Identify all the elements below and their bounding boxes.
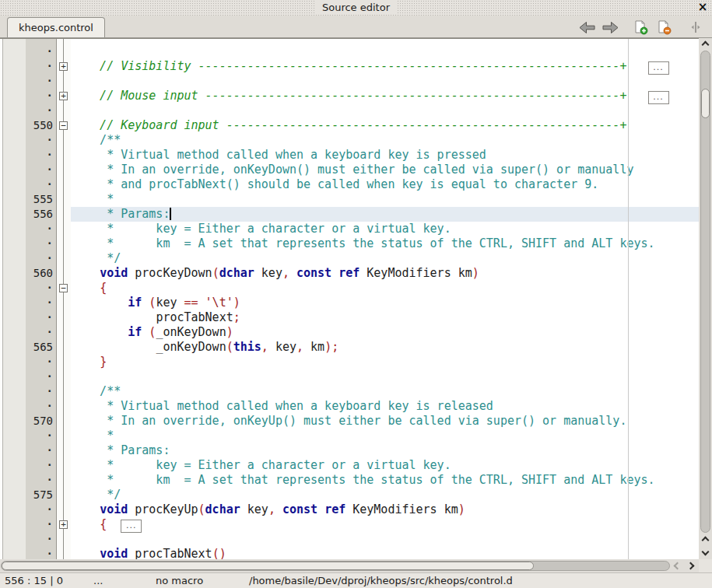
fold-expand-icon[interactable]: + xyxy=(59,92,68,100)
code-editor[interactable]: ··+ // Visibility ----------------------… xyxy=(0,38,699,559)
code-line[interactable]: · /** xyxy=(0,133,699,148)
line-number: · xyxy=(0,458,57,473)
folded-code-box[interactable]: ... xyxy=(648,61,669,75)
fold-gutter: + xyxy=(57,59,71,74)
scroll-left-icon[interactable] xyxy=(671,559,683,572)
code-text: * xyxy=(71,429,699,443)
window-titlebar[interactable]: Source editor × xyxy=(0,0,712,16)
code-text: * Virtual method called when a keyboard … xyxy=(71,148,699,163)
fold-expand-icon[interactable]: + xyxy=(59,62,68,71)
code-line[interactable]: · /** xyxy=(0,384,699,399)
folded-code-box[interactable]: ... xyxy=(648,91,669,104)
fold-gutter xyxy=(57,133,71,148)
code-line[interactable]: · * Virtual method called when a keyboar… xyxy=(0,399,699,414)
line-number: · xyxy=(0,325,57,340)
close-icon[interactable]: × xyxy=(696,1,709,13)
tab-label: kheops.control xyxy=(19,22,93,33)
line-number: · xyxy=(0,44,57,59)
code-line[interactable]: · */ xyxy=(0,251,699,266)
code-line[interactable]: · xyxy=(0,532,699,547)
code-line[interactable]: · * km = A set that represents the statu… xyxy=(0,473,699,488)
horizontal-scrollbar-trough[interactable] xyxy=(1,561,670,571)
code-text: /** xyxy=(71,133,699,148)
scrollbar-corner xyxy=(699,559,712,572)
fold-gutter xyxy=(57,488,71,502)
code-line[interactable]: ·+ // Mouse input ----------------------… xyxy=(0,89,699,103)
code-line[interactable]: 555 * xyxy=(0,192,699,207)
fold-gutter xyxy=(57,74,71,89)
fold-collapse-icon[interactable]: − xyxy=(59,121,68,130)
line-number: · xyxy=(0,163,57,177)
code-line[interactable]: · * key = Either a character or a virtua… xyxy=(0,222,699,236)
line-number: 560 xyxy=(0,266,57,281)
code-text: /** xyxy=(71,384,699,399)
code-line[interactable]: · xyxy=(0,103,699,118)
line-number: · xyxy=(0,59,57,74)
code-line[interactable]: · procTabNext; xyxy=(0,310,699,325)
forward-arrow-icon[interactable] xyxy=(602,19,619,35)
code-line[interactable]: · if (_onKeyDown) xyxy=(0,325,699,340)
code-line[interactable]: · * and procTabNext() should be called w… xyxy=(0,177,699,192)
code-line[interactable]: 550− // Keyboard input -----------------… xyxy=(0,118,699,133)
code-line[interactable]: · xyxy=(0,44,699,59)
code-line[interactable]: · if (key == '\t') xyxy=(0,296,699,310)
document-remove-icon[interactable] xyxy=(656,19,673,35)
fold-gutter xyxy=(57,148,71,163)
vertical-scrollbar[interactable] xyxy=(699,38,712,559)
code-line[interactable]: 575 */ xyxy=(0,488,699,502)
code-line[interactable]: · void procTabNext() xyxy=(0,547,699,559)
code-line[interactable]: 560 void procKeyDown(dchar key, const re… xyxy=(0,266,699,281)
code-line[interactable]: · * km = A set that represents the statu… xyxy=(0,236,699,251)
code-line[interactable]: 565 _onKeyDown(this, key, km); xyxy=(0,340,699,355)
code-line[interactable]: ·− { xyxy=(0,281,699,296)
line-number: · xyxy=(0,222,57,236)
folded-code-box[interactable]: ... xyxy=(121,520,142,533)
code-line[interactable]: 556 * Params: xyxy=(0,207,699,222)
code-line[interactable]: 570 * In an override, onKeyUp() must eit… xyxy=(0,414,699,429)
fold-gutter xyxy=(57,399,71,414)
scroll-up-icon[interactable] xyxy=(699,38,712,51)
fold-expand-icon[interactable]: + xyxy=(59,520,68,529)
fold-gutter xyxy=(57,473,71,488)
fold-collapse-icon[interactable]: − xyxy=(59,284,68,292)
code-text: procTabNext; xyxy=(71,310,699,325)
text-caret xyxy=(170,208,171,220)
code-line[interactable]: · * Params: xyxy=(0,443,699,458)
split-view-icon[interactable] xyxy=(687,19,704,35)
line-number: 550 xyxy=(0,118,57,133)
code-line[interactable]: · * Virtual method called when a keyboar… xyxy=(0,148,699,163)
code-text: if (key == '\t') xyxy=(71,296,699,310)
line-number: 565 xyxy=(0,340,57,355)
scroll-right-icon[interactable] xyxy=(684,559,696,572)
code-text: * xyxy=(71,192,699,207)
code-line[interactable]: ·+ // Visibility -----------------------… xyxy=(0,59,699,74)
vertical-scrollbar-trough[interactable] xyxy=(700,51,710,533)
fold-gutter xyxy=(57,103,71,118)
code-line[interactable]: ·+ { ... xyxy=(0,517,699,532)
code-line[interactable]: · void procKeyUp(dchar key, const ref Ke… xyxy=(0,502,699,517)
tab-kheops-control[interactable]: kheops.control xyxy=(7,17,105,37)
code-line[interactable]: · * xyxy=(0,429,699,443)
scroll-up-alt-icon[interactable] xyxy=(699,534,712,546)
back-arrow-icon[interactable] xyxy=(578,19,595,35)
code-line[interactable]: · * key = Either a character or a virtua… xyxy=(0,458,699,473)
vertical-scrollbar-thumb[interactable] xyxy=(701,89,710,118)
fold-gutter xyxy=(57,310,71,325)
new-document-add-icon[interactable] xyxy=(633,19,650,35)
fold-gutter xyxy=(57,532,71,547)
code-line[interactable]: · * In an override, onKeyDown() must eit… xyxy=(0,163,699,177)
horizontal-scrollbar[interactable] xyxy=(0,559,699,572)
horizontal-scrollbar-thumb[interactable] xyxy=(2,562,534,570)
toolbar xyxy=(578,18,704,37)
scroll-down-icon[interactable] xyxy=(699,545,712,558)
fold-gutter xyxy=(57,384,71,399)
code-line[interactable]: · } xyxy=(0,355,699,369)
fold-gutter: − xyxy=(57,281,71,296)
file-path: /home/basile/Dev/dproj/kheops/src/kheops… xyxy=(249,575,513,586)
code-line[interactable]: · xyxy=(0,74,699,89)
code-text: * Params: xyxy=(71,207,699,222)
status-bar: 556 : 15 | 0 ... no macro /home/basile/D… xyxy=(0,572,712,588)
code-line[interactable]: · xyxy=(0,369,699,384)
line-number: · xyxy=(0,384,57,399)
fold-gutter xyxy=(57,251,71,266)
